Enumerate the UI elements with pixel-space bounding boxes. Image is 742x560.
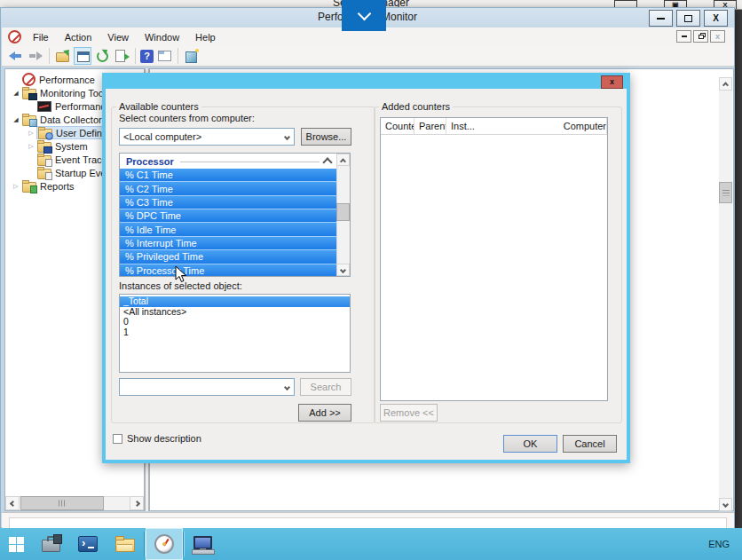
- counter-item-label: % Idle Time: [125, 225, 176, 235]
- scroll-down-button[interactable]: [336, 264, 350, 276]
- taskbar-item[interactable]: [69, 528, 107, 560]
- server-manager-icon: [42, 540, 60, 552]
- computer-select[interactable]: <Local computer>: [119, 128, 295, 146]
- scrollbar-track[interactable]: [719, 77, 732, 511]
- counter-item[interactable]: % C3 Time: [120, 196, 336, 209]
- maximize-button[interactable]: [676, 10, 700, 27]
- taskbar-item[interactable]: [0, 528, 33, 560]
- scrollbar-thumb[interactable]: [336, 203, 350, 221]
- menu-item[interactable]: Action: [57, 32, 100, 43]
- instances-label: Instances of selected object:: [119, 280, 242, 291]
- instance-item[interactable]: <All instances>: [120, 307, 350, 318]
- instance-item[interactable]: 1: [120, 327, 350, 338]
- toolbar-separator: [49, 48, 50, 64]
- scroll-up-button[interactable]: [336, 154, 350, 166]
- counter-item[interactable]: % C1 Time: [120, 169, 336, 182]
- counter-item[interactable]: % Privileged Time: [120, 250, 336, 264]
- column-header[interactable]: Computer: [559, 118, 607, 134]
- minimize-button[interactable]: [649, 10, 673, 27]
- instance-item-label: 0: [123, 316, 129, 327]
- dialog-close-button[interactable]: x: [601, 75, 623, 89]
- vertical-scrollbar[interactable]: [336, 154, 350, 276]
- folder-cube-icon: [22, 115, 36, 126]
- menu-item[interactable]: View: [99, 32, 137, 43]
- taskbar-item[interactable]: [107, 528, 144, 560]
- folder-user-icon: [38, 129, 52, 139]
- chevron-up-icon: [722, 82, 729, 88]
- expander-collapsed[interactable]: [26, 141, 36, 152]
- instance-item[interactable]: 0: [120, 317, 350, 327]
- column-header[interactable]: Parent: [414, 118, 446, 134]
- instance-item-label: 1: [123, 327, 129, 337]
- close-icon: x: [715, 33, 720, 41]
- expander-collapsed[interactable]: [26, 128, 36, 138]
- search-input[interactable]: [119, 378, 295, 396]
- menu-item[interactable]: Window: [137, 32, 187, 43]
- counter-item[interactable]: % Idle Time: [120, 223, 336, 236]
- expander-none[interactable]: [26, 154, 36, 165]
- counter-group-header[interactable]: Processor: [120, 154, 336, 169]
- dropdown-chevron-button[interactable]: [342, 0, 386, 31]
- column-header[interactable]: Counter: [381, 118, 414, 134]
- column-header[interactable]: Inst...: [446, 118, 559, 134]
- maximize-icon: [684, 15, 692, 22]
- scrollbar-thumb[interactable]: [719, 182, 732, 203]
- expander-none[interactable]: [11, 75, 21, 85]
- export-icon[interactable]: [113, 47, 130, 65]
- forward-icon[interactable]: [27, 47, 44, 65]
- expander-collapsed[interactable]: [11, 181, 21, 192]
- taskbar-item[interactable]: [146, 528, 183, 560]
- menu-item[interactable]: Help: [187, 32, 224, 43]
- horizontal-scrollbar[interactable]: [5, 496, 144, 510]
- expander-none[interactable]: [26, 101, 36, 112]
- ok-button[interactable]: OK: [503, 435, 557, 453]
- scroll-down-button[interactable]: [719, 498, 732, 511]
- language-indicator[interactable]: ENG: [708, 539, 730, 549]
- tree-item-label: Performance: [39, 75, 95, 85]
- counter-item[interactable]: % Interrupt Time: [120, 237, 336, 250]
- taskbar-item[interactable]: [33, 528, 69, 560]
- close-button[interactable]: X: [704, 10, 728, 27]
- scroll-left-button[interactable]: [5, 496, 20, 510]
- show-description-checkbox[interactable]: [113, 434, 122, 444]
- add-button[interactable]: Add >>: [298, 404, 351, 422]
- taskbar-item[interactable]: [185, 528, 221, 560]
- child-minimize-button[interactable]: [676, 30, 691, 43]
- computer-icon: [193, 536, 212, 549]
- perfmon-logo-icon: [22, 73, 36, 86]
- search-button[interactable]: Search: [300, 378, 351, 396]
- menu-item[interactable]: File: [25, 32, 57, 43]
- cancel-button[interactable]: Cancel: [563, 435, 617, 453]
- child-close-button[interactable]: x: [710, 30, 725, 43]
- chevron-right-icon: [133, 500, 139, 506]
- console-tree-icon[interactable]: [74, 47, 91, 65]
- vertical-scrollbar[interactable]: [719, 77, 732, 511]
- scroll-up-button[interactable]: [719, 77, 732, 91]
- counter-item-label: % Privileged Time: [125, 251, 203, 262]
- show-window-icon[interactable]: [155, 47, 173, 65]
- child-restore-button[interactable]: [693, 30, 708, 43]
- counter-item[interactable]: % C2 Time: [120, 182, 336, 195]
- expander-none[interactable]: [26, 168, 36, 178]
- taskbar: ENG: [0, 528, 742, 560]
- browse-button[interactable]: Browse...: [301, 128, 351, 146]
- powershell-icon: [78, 536, 98, 552]
- expander-expanded[interactable]: [11, 88, 21, 99]
- remove-button[interactable]: Remove <<: [380, 404, 438, 422]
- scroll-right-button[interactable]: [130, 496, 144, 510]
- expander-expanded[interactable]: [11, 114, 21, 125]
- instance-item-label: <All instances>: [123, 306, 186, 317]
- help-icon[interactable]: [140, 50, 154, 63]
- start-icon: [9, 537, 24, 552]
- scrollbar-thumb[interactable]: [20, 496, 104, 510]
- counter-group-name: Processor: [126, 156, 174, 167]
- computer-select-value: <Local computer>: [120, 131, 280, 142]
- counter-item[interactable]: % Processor Time: [120, 264, 336, 277]
- export-list-icon[interactable]: [54, 47, 72, 65]
- counter-item[interactable]: % DPC Time: [120, 209, 336, 223]
- back-icon[interactable]: [7, 47, 25, 65]
- refresh-icon[interactable]: [93, 47, 111, 65]
- group-label: Available counters: [116, 101, 201, 112]
- new-window-icon[interactable]: [183, 47, 201, 65]
- collapse-icon[interactable]: [322, 157, 332, 167]
